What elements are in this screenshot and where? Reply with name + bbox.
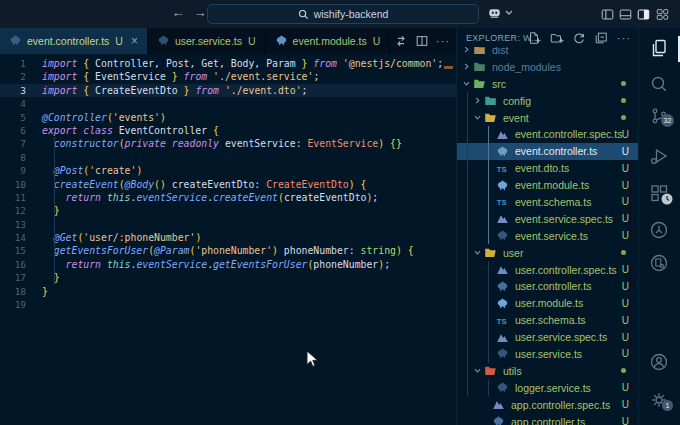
ts-icon: TS bbox=[496, 161, 510, 175]
code-line-11[interactable]: 11 return this.eventService.createEvent(… bbox=[0, 191, 456, 204]
more-actions-icon[interactable]: ··· bbox=[436, 36, 450, 46]
tree-item-config[interactable]: config bbox=[457, 92, 639, 109]
code-editor[interactable]: 1import { Controller, Post, Get, Body, P… bbox=[0, 54, 456, 425]
code-line-4[interactable]: 4 bbox=[0, 97, 456, 110]
tree-item-app.controller.ts[interactable]: app.controller.tsU bbox=[457, 413, 639, 425]
circle-branch-icon[interactable] bbox=[649, 220, 669, 240]
code-line-10[interactable]: 10 createEvent(@Body() createEventDto: C… bbox=[0, 178, 456, 191]
tree-item-event.service.spec.ts[interactable]: event.service.spec.tsU bbox=[457, 210, 639, 227]
code-line-17[interactable]: 17 } bbox=[0, 271, 456, 284]
new-folder-icon[interactable] bbox=[550, 31, 564, 45]
explorer-panel: EXPLORER: W... ··· distnode_modulessrcco… bbox=[456, 28, 638, 425]
tree-item-event.controller.ts[interactable]: event.controller.tsU bbox=[457, 143, 639, 160]
tree-item-user[interactable]: user bbox=[457, 244, 639, 261]
tree-item-event.service.ts[interactable]: event.service.tsU bbox=[457, 227, 639, 244]
toggle-bottom-panel-icon[interactable] bbox=[619, 8, 632, 21]
item-label: logger.service.ts bbox=[515, 382, 591, 394]
item-label: config bbox=[503, 95, 531, 107]
split-editor-icon[interactable] bbox=[415, 34, 429, 48]
tree-item-event.schema.ts[interactable]: TSevent.schema.tsU bbox=[457, 194, 639, 211]
refresh-explorer-icon[interactable] bbox=[572, 31, 586, 45]
git-untracked-badge: U bbox=[622, 230, 629, 241]
code-line-1[interactable]: 1import { Controller, Post, Get, Body, P… bbox=[0, 57, 456, 70]
code-line-9[interactable]: 9 @Post('create') bbox=[0, 164, 456, 177]
code-line-18[interactable]: 18} bbox=[0, 285, 456, 298]
tree-item-event.controller.spec.ts[interactable]: event.controller.spec.tsU bbox=[457, 126, 639, 143]
tree-item-event.dto.ts[interactable]: TSevent.dto.tsU bbox=[457, 160, 639, 177]
tab-user.service.ts[interactable]: user.service.tsU bbox=[148, 28, 266, 54]
line-number: 11 bbox=[0, 191, 26, 204]
code-line-19[interactable]: 19 bbox=[0, 298, 456, 311]
item-label: user.controller.spec.ts bbox=[515, 264, 617, 276]
back-icon[interactable]: ← bbox=[170, 5, 186, 20]
code-line-2[interactable]: 2import { EventService } from './event.s… bbox=[0, 70, 456, 83]
copilot-menu[interactable] bbox=[487, 6, 513, 20]
run-debug-icon[interactable] bbox=[649, 146, 669, 166]
code-line-7[interactable]: 7 constructor(private readonly eventServ… bbox=[0, 137, 456, 150]
item-label: event.module.ts bbox=[515, 179, 589, 191]
code-line-6[interactable]: 6export class EventController { bbox=[0, 124, 456, 137]
command-center-search[interactable]: wishify-backend bbox=[207, 4, 479, 24]
tree-item-user.module.ts[interactable]: user.module.tsU bbox=[457, 295, 639, 312]
tree-item-utils[interactable]: utils bbox=[457, 362, 639, 379]
nest-icon bbox=[492, 415, 506, 425]
tree-item-user.controller.ts[interactable]: user.controller.tsU bbox=[457, 278, 639, 295]
line-number: 2 bbox=[0, 70, 26, 83]
file-search-circle-icon[interactable] bbox=[649, 253, 669, 273]
code-line-15[interactable]: 15 getEventsForUser(@Param('phoneNumber'… bbox=[0, 244, 456, 257]
git-untracked-badge: U bbox=[622, 298, 629, 309]
line-number: 5 bbox=[0, 111, 26, 124]
tree-item-src[interactable]: src bbox=[457, 75, 639, 92]
tree-item-event[interactable]: event bbox=[457, 109, 639, 126]
code-line-12[interactable]: 12 } bbox=[0, 204, 456, 217]
git-untracked-badge: U bbox=[622, 213, 629, 224]
search-icon bbox=[298, 9, 309, 20]
item-label: event.controller.spec.ts bbox=[515, 128, 622, 140]
tree-item-dist[interactable]: dist bbox=[457, 47, 639, 58]
code-line-8[interactable]: 8 bbox=[0, 151, 456, 164]
collapse-folders-icon[interactable] bbox=[594, 31, 608, 45]
toggle-right-panel-icon[interactable] bbox=[637, 8, 650, 21]
close-icon[interactable]: × bbox=[131, 34, 138, 48]
nest-icon bbox=[496, 381, 510, 395]
copilot-icon bbox=[487, 6, 502, 20]
forward-icon[interactable]: → bbox=[192, 5, 208, 20]
tree-item-user.service.spec.ts[interactable]: user.service.spec.tsU bbox=[457, 329, 639, 346]
code-line-13[interactable]: 13 bbox=[0, 218, 456, 231]
git-untracked-badge: U bbox=[622, 196, 629, 207]
toggle-left-panel-icon[interactable] bbox=[601, 8, 614, 21]
editor-actions: ··· bbox=[394, 28, 456, 54]
code-line-14[interactable]: 14 @Get('user/:phoneNumber') bbox=[0, 231, 456, 244]
tree-item-event.module.ts[interactable]: event.module.tsU bbox=[457, 177, 639, 194]
tree-item-user.schema.ts[interactable]: TSuser.schema.tsU bbox=[457, 312, 639, 329]
nestjs-file-icon bbox=[157, 34, 170, 49]
spec-icon bbox=[496, 212, 510, 226]
tree-item-logger.service.ts[interactable]: logger.service.tsU bbox=[457, 379, 639, 396]
tree-item-user.service.ts[interactable]: user.service.tsU bbox=[457, 346, 639, 363]
customize-layout-icon[interactable] bbox=[656, 8, 669, 21]
vscode-window: ← → wishify-backend bbox=[0, 0, 680, 425]
nest-icon bbox=[496, 178, 510, 192]
new-file-icon[interactable] bbox=[527, 31, 541, 45]
open-changes-icon[interactable] bbox=[394, 34, 408, 48]
svg-text:TS: TS bbox=[497, 198, 507, 207]
code-line-16[interactable]: 16 return this.eventService.getEventsFor… bbox=[0, 258, 456, 271]
search-icon[interactable] bbox=[649, 74, 669, 94]
more-actions-icon[interactable]: ··· bbox=[617, 33, 631, 47]
chevron-down-icon bbox=[473, 366, 484, 375]
nest-icon bbox=[496, 144, 510, 158]
code-line-5[interactable]: 5@Controller('events') bbox=[0, 111, 456, 124]
tree-indent-guide bbox=[488, 261, 489, 362]
tree-item-node_modules[interactable]: node_modules bbox=[457, 58, 639, 75]
file-tree: distnode_modulessrcconfigeventevent.cont… bbox=[457, 47, 639, 425]
code-line-3[interactable]: 3import { CreateEventDto } from './event… bbox=[0, 84, 456, 97]
item-label: user.service.ts bbox=[515, 348, 582, 360]
explorer-icon[interactable] bbox=[649, 38, 669, 58]
tree-item-app.controller.spec.ts[interactable]: app.controller.spec.tsU bbox=[457, 396, 639, 413]
item-label: event.schema.ts bbox=[515, 196, 591, 208]
tab-event.controller.ts[interactable]: event.controller.tsU× bbox=[0, 28, 148, 54]
tab-event.module.ts[interactable]: event.module.tsU bbox=[266, 28, 391, 54]
line-number: 8 bbox=[0, 151, 26, 164]
tree-item-user.controller.spec.ts[interactable]: user.controller.spec.tsU bbox=[457, 261, 639, 278]
accounts-icon[interactable] bbox=[649, 352, 669, 372]
